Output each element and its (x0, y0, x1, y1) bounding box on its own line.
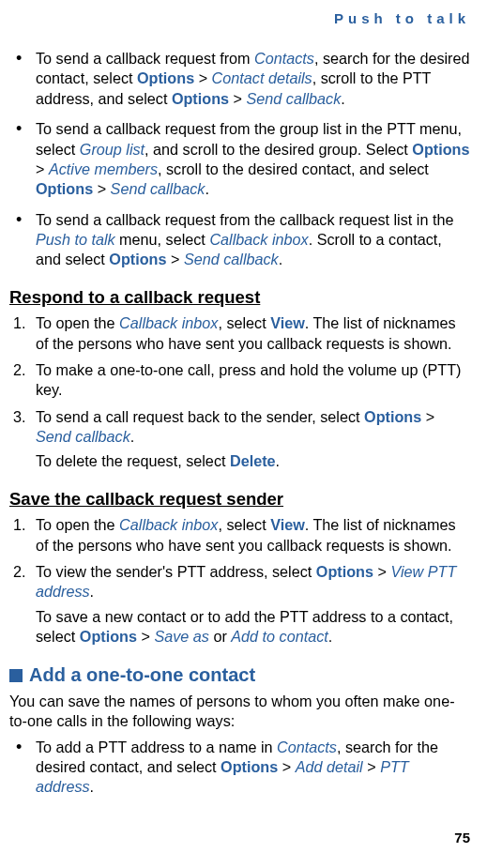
add-contact-heading-text: Add a one-to-one contact (29, 664, 255, 685)
list-item: To add a PTT address to a name in Contac… (9, 738, 470, 798)
add-contact-heading: Add a one-to-one contact (9, 662, 470, 687)
step-item: To make a one-to-one call, press and hol… (9, 360, 470, 401)
respond-section-title: Respond to a callback request (9, 286, 470, 309)
page-content: To send a callback request from Contacts… (9, 49, 470, 798)
square-bullet-icon (9, 669, 23, 682)
respond-steps: To open the Callback inbox, select View.… (9, 313, 470, 472)
add-bullet-list: To add a PTT address to a name in Contac… (9, 738, 470, 798)
list-item: To send a callback request from the call… (9, 210, 470, 270)
list-item: To send a callback request from the grou… (9, 119, 470, 200)
add-contact-intro: You can save the names of persons to who… (9, 692, 470, 732)
step-item: To open the Callback inbox, select View.… (9, 313, 470, 354)
top-bullet-list: To send a callback request from Contacts… (9, 49, 470, 270)
running-header: Push to talk (334, 9, 470, 28)
step-item: To open the Callback inbox, select View.… (9, 515, 470, 556)
page-number: 75 (454, 829, 470, 847)
save-section-title: Save the callback request sender (9, 488, 470, 510)
step-item: To send a call request back to the sende… (9, 407, 470, 472)
step-item: To view the sender's PTT address, select… (9, 562, 470, 647)
save-steps: To open the Callback inbox, select View.… (9, 515, 470, 647)
list-item: To send a callback request from Contacts… (9, 49, 470, 109)
